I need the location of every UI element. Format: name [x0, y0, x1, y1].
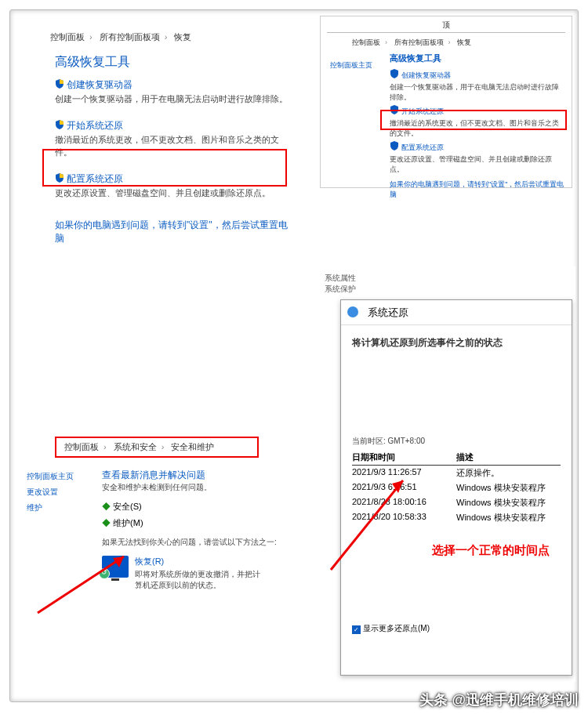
system-restore-link[interactable]: 开始系统还原: [55, 119, 295, 132]
globe-icon: [347, 306, 358, 317]
sidebar-maint[interactable]: 维护: [27, 502, 42, 513]
page-title: 高级恢复工具: [55, 54, 295, 71]
col-desc: 描述: [456, 450, 561, 466]
table-row[interactable]: 2021/8/28 18:00:16Windows 模块安装程序: [352, 495, 561, 510]
table-row[interactable]: 2021/9/3 11:26:57还原操作。: [352, 466, 561, 480]
recovery-link[interactable]: 恢复(R): [135, 556, 260, 567]
create-recovery-desc: 创建一个恢复驱动器，用于在电脑无法启动时进行故障排除。: [55, 93, 295, 105]
config-restore-desc: 更改还原设置、管理磁盘空间、并且创建或删除还原点。: [390, 154, 565, 174]
sidebar-settings[interactable]: 更改设置: [27, 487, 58, 498]
system-restore-desc: 撤消最近的系统更改，但不更改文档、图片和音乐之类的文件。: [55, 134, 295, 158]
side-sysprops[interactable]: 系统属性: [325, 273, 356, 284]
bc-all-items[interactable]: 所有控制面板项: [100, 32, 160, 42]
bottom-right-panel: 系统属性 系统保护 系统还原 将计算机还原到所选事件之前的状态 当前时区: GM…: [320, 266, 575, 682]
shield-icon: [390, 141, 399, 150]
breadcrumb: 控制面板› 系统和安全› 安全和维护: [55, 437, 259, 458]
bc-control-panel[interactable]: 控制面板: [50, 32, 85, 42]
shield-icon: [55, 173, 64, 183]
col-datetime: 日期和时间: [352, 450, 456, 466]
show-more-checkbox[interactable]: ✓显示更多还原点(M): [352, 623, 430, 634]
table-row[interactable]: 2021/8/20 10:58:33Windows 模块安装程序: [352, 510, 561, 525]
problem-text: 如果无法找到你关心的问题，请尝试以下方法之一:: [102, 537, 317, 548]
reset-pc-link[interactable]: 如果你的电脑遇到问题，请转到"设置"，然后尝试重置电脑: [55, 219, 295, 245]
side-sysprotect[interactable]: 系统保护: [325, 284, 356, 295]
main-subtitle: 安全和维护未检测到任何问题。: [102, 482, 317, 493]
cell-datetime: 2021/8/28 18:00:16: [352, 497, 456, 509]
create-recovery-link[interactable]: 创建恢复驱动器: [390, 69, 565, 81]
reset-pc-link[interactable]: 如果你的电脑遇到问题，请转到"设置"，然后尝试重置电脑: [390, 179, 565, 200]
cell-desc: Windows 模块安装程序: [456, 512, 561, 524]
security-section[interactable]: ◆ 安全(S): [102, 501, 317, 513]
page-title: 高级恢复工具: [390, 53, 565, 64]
create-recovery-desc: 创建一个恢复驱动器，用于在电脑无法启动时进行故障排除。: [390, 82, 565, 102]
sidebar-home[interactable]: 控制面板主页: [330, 60, 372, 71]
main-title: 查看最新消息并解决问题: [102, 469, 317, 482]
window-caption: 顶: [327, 20, 565, 33]
annotation-text: 选择一个正常的时间点: [432, 543, 550, 558]
cell-desc: Windows 模块安装程序: [456, 497, 561, 509]
watermark: 头条 @迅维手机维修培训: [419, 690, 579, 709]
sidebar-home[interactable]: 控制面板主页: [27, 471, 74, 482]
bc-recovery[interactable]: 恢复: [174, 32, 191, 42]
recovery-desc: 即将对系统所做的更改撤消，并把计算机还原到以前的状态。: [135, 569, 260, 591]
create-recovery-link[interactable]: 创建恢复驱动器: [55, 78, 295, 92]
cell-datetime: 2021/8/20 10:58:33: [352, 512, 456, 524]
dialog-heading: 将计算机还原到所选事件之前的状态: [341, 325, 572, 353]
table-row[interactable]: 2021/9/3 6:26:51Windows 模块安装程序: [352, 480, 561, 495]
config-restore-desc: 更改还原设置、管理磁盘空间、并且创建或删除还原点。: [55, 187, 295, 199]
shield-icon: [390, 105, 399, 114]
config-restore-link[interactable]: 配置系统还原: [390, 141, 565, 153]
maintenance-section[interactable]: ◆ 维护(M): [102, 517, 317, 529]
breadcrumb: 控制面板› 所有控制面板项› 恢复: [49, 31, 295, 43]
cell-desc: 还原操作。: [456, 467, 561, 479]
system-restore-desc: 撤消最近的系统更改，但不更改文档、图片和音乐之类的文件。: [390, 118, 565, 138]
top-right-panel: 顶 控制面板› 所有控制面板项› 恢复 控制面板主页 高级恢复工具 创建恢复驱动…: [320, 16, 572, 188]
shield-icon: [55, 79, 64, 89]
config-restore-link[interactable]: 配置系统还原: [55, 172, 295, 186]
shield-icon: [390, 69, 399, 78]
system-restore-link[interactable]: 开始系统还原: [390, 105, 565, 117]
dialog-title: 系统还原: [368, 306, 408, 318]
top-left-panel: 控制面板› 所有控制面板项› 恢复 高级恢复工具 创建恢复驱动器 创建一个恢复驱…: [16, 22, 306, 257]
cell-datetime: 2021/9/3 11:26:57: [352, 467, 456, 479]
checkbox-icon: ✓: [352, 625, 361, 634]
bottom-left-panel: 控制面板› 系统和安全› 安全和维护 控制面板主页 更改设置 维护 查看最新消息…: [19, 427, 321, 631]
cell-desc: Windows 模块安装程序: [456, 482, 561, 494]
timezone-label: 当前时区: GMT+8:00: [341, 436, 572, 450]
shield-icon: [55, 120, 64, 129]
recovery-icon: [102, 556, 129, 578]
breadcrumb: 控制面板› 所有控制面板项› 恢复: [350, 38, 565, 48]
cell-datetime: 2021/9/3 6:26:51: [352, 482, 456, 494]
